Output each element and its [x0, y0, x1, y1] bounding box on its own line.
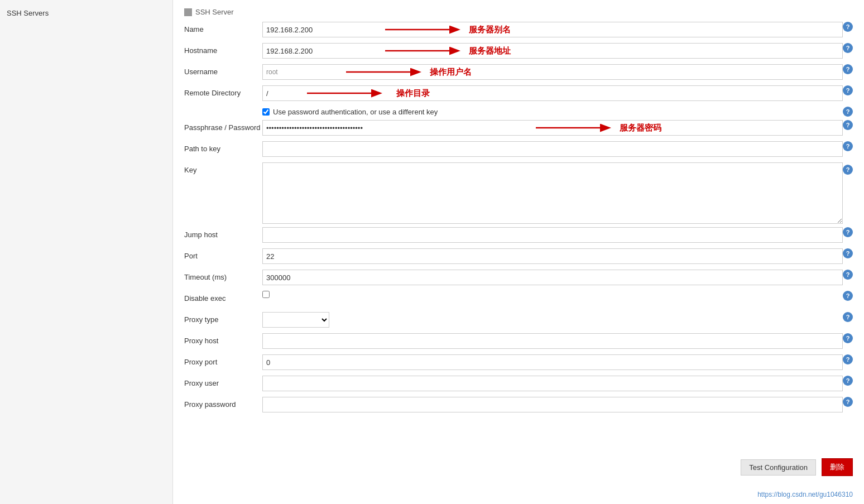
path-to-key-control: [262, 141, 843, 157]
jump-host-row: Jump host ?: [184, 227, 853, 245]
delete-button[interactable]: 删除: [822, 458, 853, 476]
server-icon: [184, 8, 192, 16]
passphrase-label: Passphrase / Password: [184, 120, 262, 132]
jump-host-label: Jump host: [184, 227, 262, 239]
remote-directory-label: Remote Directory: [184, 85, 262, 97]
name-control: 服务器别名: [262, 22, 843, 37]
proxy-password-row: Proxy password ?: [184, 397, 853, 415]
key-control: [262, 162, 843, 224]
path-to-key-label: Path to key: [184, 141, 262, 153]
proxy-user-label: Proxy user: [184, 376, 262, 387]
proxy-type-control: HTTP SOCKS5: [262, 312, 843, 328]
path-to-key-help-icon[interactable]: ?: [843, 141, 853, 151]
key-help-icon[interactable]: ?: [843, 165, 853, 175]
name-label: Name: [184, 22, 262, 33]
proxy-port-input[interactable]: [262, 354, 843, 370]
name-help-icon[interactable]: ?: [843, 22, 853, 32]
remote-directory-input[interactable]: [262, 85, 843, 101]
hostname-control: 服务器地址: [262, 43, 843, 59]
port-row: Port ?: [184, 248, 853, 266]
path-to-key-input[interactable]: [262, 141, 843, 157]
timeout-label: Timeout (ms): [184, 270, 262, 281]
disable-exec-help-icon[interactable]: ?: [843, 291, 853, 301]
username-label: Username: [184, 64, 262, 76]
proxy-password-help-icon[interactable]: ?: [843, 397, 853, 407]
passphrase-control: 服务器密码: [262, 120, 843, 136]
use-password-row: Use password authentication, or use a di…: [184, 107, 853, 117]
port-input[interactable]: [262, 248, 843, 264]
hostname-label: Hostname: [184, 43, 262, 55]
proxy-type-select[interactable]: HTTP SOCKS5: [262, 312, 329, 328]
test-configuration-button[interactable]: Test Configuration: [741, 459, 816, 476]
path-to-key-row: Path to key ?: [184, 141, 853, 159]
sidebar-title[interactable]: SSH Servers: [0, 6, 172, 21]
passphrase-row: Passphrase / Password 服务器密码 ?: [184, 120, 853, 138]
section-header: SSH Server: [184, 4, 853, 22]
use-password-help-icon[interactable]: ?: [843, 107, 853, 117]
main-content: SSH Server Name 服务器别名 ? Hostname: [173, 0, 864, 504]
key-label: Key: [184, 162, 262, 174]
use-password-label: Use password authentication, or use a di…: [273, 108, 438, 116]
proxy-port-label: Proxy port: [184, 354, 262, 366]
proxy-password-control: [262, 397, 843, 412]
timeout-help-icon[interactable]: ?: [843, 270, 853, 280]
disable-exec-control: [262, 291, 843, 298]
proxy-host-row: Proxy host ?: [184, 333, 853, 351]
remote-directory-control: 操作目录: [262, 85, 843, 101]
proxy-user-row: Proxy user ?: [184, 376, 853, 393]
port-help-icon[interactable]: ?: [843, 248, 853, 258]
key-row: Key ?: [184, 162, 853, 224]
hostname-row: Hostname 服务器地址 ?: [184, 43, 853, 61]
use-password-checkbox[interactable]: [262, 108, 270, 116]
proxy-host-help-icon[interactable]: ?: [843, 333, 853, 343]
proxy-type-help-icon[interactable]: ?: [843, 312, 853, 322]
proxy-password-label: Proxy password: [184, 397, 262, 409]
hostname-help-icon[interactable]: ?: [843, 43, 853, 53]
username-help-icon[interactable]: ?: [843, 64, 853, 74]
disable-exec-row: Disable exec ?: [184, 291, 853, 309]
timeout-row: Timeout (ms) ?: [184, 270, 853, 287]
sidebar: SSH Servers: [0, 0, 173, 504]
proxy-type-label: Proxy type: [184, 312, 262, 324]
proxy-password-input[interactable]: [262, 397, 843, 412]
disable-exec-checkbox[interactable]: [262, 291, 270, 298]
disable-exec-label: Disable exec: [184, 291, 262, 303]
bottom-bar: Test Configuration 删除: [741, 458, 853, 476]
jump-host-input[interactable]: [262, 227, 843, 243]
proxy-port-row: Proxy port ?: [184, 354, 853, 372]
proxy-type-row: Proxy type HTTP SOCKS5 ?: [184, 312, 853, 330]
name-row: Name 服务器别名 ?: [184, 22, 853, 40]
section-header-label: SSH Server: [195, 8, 234, 16]
username-input[interactable]: [262, 64, 843, 80]
proxy-host-label: Proxy host: [184, 333, 262, 345]
jump-host-help-icon[interactable]: ?: [843, 227, 853, 237]
remote-directory-row: Remote Directory 操作目录 ?: [184, 85, 853, 103]
port-control: [262, 248, 843, 264]
remote-directory-help-icon[interactable]: ?: [843, 85, 853, 95]
key-input[interactable]: [262, 162, 843, 224]
username-row: Username 操作用户名 ?: [184, 64, 853, 82]
proxy-host-control: [262, 333, 843, 349]
port-label: Port: [184, 248, 262, 260]
passphrase-input[interactable]: [262, 120, 843, 136]
jump-host-control: [262, 227, 843, 243]
passphrase-help-icon[interactable]: ?: [843, 120, 853, 130]
proxy-user-help-icon[interactable]: ?: [843, 376, 853, 386]
name-input[interactable]: [262, 22, 843, 37]
timeout-input[interactable]: [262, 270, 843, 285]
proxy-host-input[interactable]: [262, 333, 843, 349]
timeout-control: [262, 270, 843, 285]
watermark: https://blog.csdn.net/gu1046310: [757, 491, 853, 498]
hostname-input[interactable]: [262, 43, 843, 59]
proxy-user-control: [262, 376, 843, 391]
username-control: 操作用户名: [262, 64, 843, 80]
proxy-port-control: [262, 354, 843, 370]
proxy-port-help-icon[interactable]: ?: [843, 354, 853, 364]
proxy-user-input[interactable]: [262, 376, 843, 391]
